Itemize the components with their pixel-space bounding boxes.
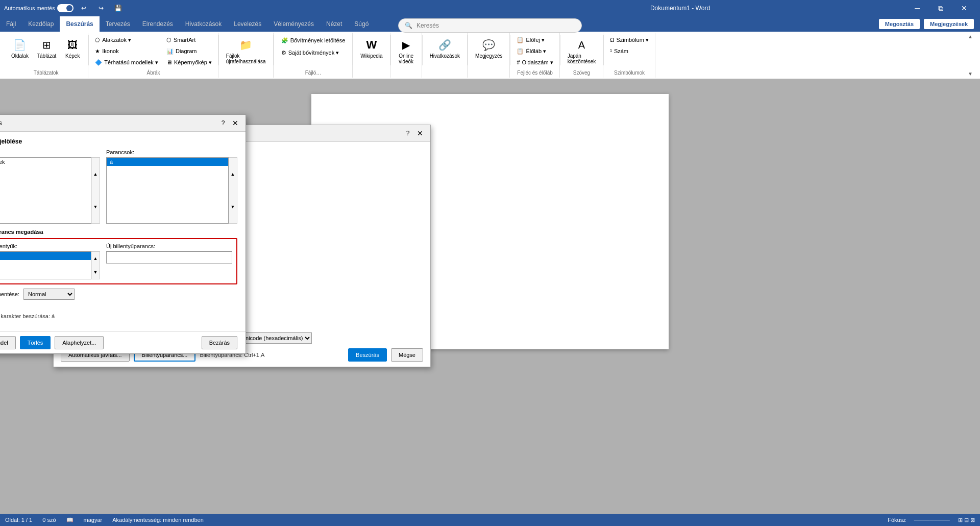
symbol-megse-button[interactable]: Mégse — [391, 348, 423, 362]
symbol-beszuras-button[interactable]: Beszúrás — [348, 348, 387, 362]
word-count: 0 szó — [42, 517, 56, 523]
status-bar: Oldal: 1 / 1 0 szó 📖 magyar Akadálymente… — [0, 514, 980, 526]
section-parancs-title: Parancs kijelölése — [0, 138, 237, 145]
hivatkozasok-label: Hivatkozások — [430, 53, 460, 59]
bovitmenyek-icon: 🧩 — [281, 37, 288, 44]
share-button[interactable]: Megosztás — [879, 19, 920, 29]
tab-hivatkozasok[interactable]: Hivatkozások — [179, 16, 228, 32]
symbol-close-button[interactable]: ✕ — [415, 128, 425, 138]
tab-fajl[interactable]: Fájl — [0, 16, 22, 32]
elolab-button[interactable]: 📋 Élőláb ▾ — [514, 46, 555, 56]
customize-dialog: Testreszabás ? ✕ Parancs kijelölése Kate… — [0, 114, 246, 354]
wikipedia-button[interactable]: W Wikipedia — [357, 35, 385, 61]
hivatkozasok-button[interactable]: 🔗 Hivatkozások — [427, 35, 463, 61]
oldalszam-icon: # — [517, 59, 520, 65]
szam-icon: ¹ — [610, 48, 612, 54]
close-button[interactable]: ✕ — [952, 0, 976, 16]
megjegyzes-label: Megjegyzés — [475, 53, 502, 59]
symbol-help-button[interactable]: ? — [403, 128, 413, 138]
customize-close-button[interactable]: ✕ — [230, 118, 240, 128]
fajlok-label: Fájlokújrafelhasználása — [226, 53, 266, 64]
main-content: Szimólum ? ✕ Betűtípus: 0 ▼ — [0, 79, 980, 514]
kategoriak-scroll-down[interactable]: ▼ — [91, 190, 100, 223]
foglalt-item[interactable]: Ctrl+1,A — [0, 252, 91, 260]
terhatasu-button[interactable]: 🔷 Térhatású modellek ▾ — [93, 57, 160, 67]
kategoriak-item[interactable]: Gyakori jelek — [0, 158, 91, 166]
szimbolum-icon: Ω — [610, 37, 614, 43]
kategoriak-listbox[interactable]: Gyakori jelek — [0, 157, 91, 224]
group-items-abrak: ⬠ Alakzatok ▾ ★ Ikonok 🔷 Térhatású model… — [93, 35, 214, 67]
comments-button[interactable]: Megjegyzések — [924, 19, 974, 29]
save-button[interactable]: 💾 — [111, 1, 126, 15]
wikipedia-label: Wikipedia — [360, 53, 382, 59]
search-icon: 🔍 — [405, 22, 412, 29]
kepek-button[interactable]: 🖼 Képek — [61, 35, 84, 61]
smartart-button[interactable]: ⬡ SmartArt — [164, 35, 214, 45]
elolab-label: Élőláb ▾ — [526, 48, 546, 55]
oldalszam-button[interactable]: # Oldalszám ▾ — [514, 57, 555, 67]
alakzatok-button[interactable]: ⬠ Alakzatok ▾ — [93, 35, 160, 45]
leiras-text: A következő karakter beszúrása: á — [0, 312, 237, 320]
tab-sugo[interactable]: Súgó — [348, 16, 375, 32]
szam-button[interactable]: ¹ Szám — [608, 46, 651, 56]
tab-beszuras[interactable]: Beszúrás — [60, 16, 99, 32]
parancsok-listbox[interactable]: á — [106, 157, 229, 224]
parancsok-scroll-up[interactable]: ▲ — [229, 158, 237, 190]
ribbon-group-online: ▶ Onlinevideók — [391, 33, 422, 78]
keszlet-select[interactable]: Unicode (hexadecimális) — [239, 332, 312, 344]
tab-levelezés[interactable]: Levelezés — [228, 16, 267, 32]
szovegdoboz-button[interactable]: A Japánköszöntések — [565, 35, 599, 66]
bovitmenyek-button[interactable]: 🧩 Bővítmények letöltése — [278, 35, 349, 46]
kepernyo-button[interactable]: 🖥 Képernyőkép ▾ — [164, 57, 214, 67]
window-title: Dokumentum1 - Word — [455, 5, 905, 12]
autosave-toggle[interactable] — [57, 4, 74, 12]
undo-button[interactable]: ↩ — [77, 1, 91, 15]
kategoriak-label: Kategóriák: — [0, 149, 100, 155]
megjegyzes-button[interactable]: 💬 Megjegyzés — [472, 35, 505, 61]
szimbolum-button[interactable]: Ω Szimbólum ▾ — [608, 35, 651, 45]
elolap-button[interactable]: 📋 Előfej ▾ — [514, 35, 555, 45]
group-label-bovitmenyek: Fájló… — [305, 68, 322, 76]
ribbon-group-abrak: ⬠ Alakzatok ▾ ★ Ikonok 🔷 Térhatású model… — [89, 33, 218, 78]
search-bar[interactable]: 🔍 — [398, 18, 582, 33]
redo-button[interactable]: ↪ — [94, 1, 108, 15]
ikonok-button[interactable]: ★ Ikonok — [93, 46, 160, 56]
oldalak-button[interactable]: 📄 Oldalak — [8, 35, 32, 61]
tab-tervezes[interactable]: Tervezés — [100, 16, 136, 32]
online-button[interactable]: ▶ Onlinevideók — [395, 35, 418, 66]
zoom-controls[interactable]: ───────── — [914, 517, 950, 523]
bezaras-button[interactable]: Bezárás — [202, 336, 237, 349]
diagram-button[interactable]: 📊 Diagram — [164, 46, 214, 56]
foglalt-listbox[interactable]: Ctrl+1,A — [0, 251, 91, 279]
tablazat-button[interactable]: ⊞ Táblázat — [34, 35, 59, 61]
foglalt-scroll-down[interactable]: ▼ — [91, 266, 100, 279]
ribbon-area: Fájl Kezdőlap Beszúrás Tervezés Elrendez… — [0, 16, 980, 79]
sajat-button[interactable]: ⚙ Saját bővítmények ▾ — [278, 47, 349, 58]
kategoriak-scroll-up[interactable]: ▲ — [91, 158, 100, 190]
restore-button[interactable]: ⧉ — [929, 0, 952, 16]
tab-velémenyezes[interactable]: Véleményezés — [267, 16, 320, 32]
megjegyzes-icon: 💬 — [481, 37, 497, 53]
szovegdoboz-label: Japánköszöntések — [568, 53, 596, 64]
ribbon-expand-btn[interactable]: ▲ — [968, 34, 976, 39]
tab-nezet[interactable]: Nézet — [320, 16, 348, 32]
tab-kezdolap[interactable]: Kezdőlap — [22, 16, 60, 32]
diagram-label: Diagram — [176, 48, 197, 54]
fajlok-button[interactable]: 📁 Fájlokújrafelhasználása — [223, 35, 269, 66]
modositas-select[interactable]: Normal — [23, 289, 75, 300]
alaphelyzet-button[interactable]: Alaphelyzet... — [55, 336, 104, 349]
parancsok-scroll-down[interactable]: ▼ — [229, 190, 237, 223]
ribbon-group-fejlec: 📋 Előfej ▾ 📋 Élőláb ▾ # Oldalszám ▾ Fejl… — [510, 33, 559, 78]
customize-help-button[interactable]: ? — [218, 118, 228, 128]
ribbon-collapse-btn[interactable]: ▼ — [968, 71, 976, 77]
customize-dialog-title: Testreszabás — [0, 119, 2, 127]
szam-label: Szám — [614, 48, 628, 54]
foglalt-scroll-up[interactable]: ▲ — [91, 252, 100, 266]
torles-button[interactable]: Törlés — [20, 336, 51, 349]
uj-input[interactable] — [106, 251, 232, 264]
hozzarendel-button[interactable]: Hozzárendel — [0, 336, 16, 349]
search-input[interactable] — [416, 22, 575, 29]
tab-elrendezes[interactable]: Elrendezés — [136, 16, 179, 32]
minimize-button[interactable]: ─ — [905, 0, 929, 16]
parancsok-item[interactable]: á — [107, 158, 228, 166]
